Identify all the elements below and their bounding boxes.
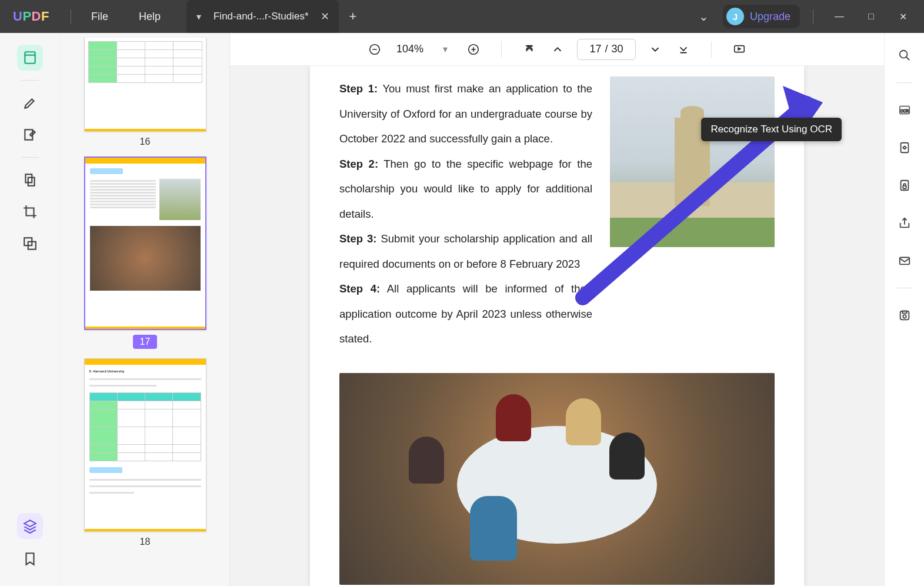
svg-rect-0 [25, 52, 35, 64]
menu-file[interactable]: File [76, 11, 124, 23]
svg-rect-19 [902, 311, 906, 314]
first-page-button[interactable] [521, 41, 538, 58]
window-maximize-icon[interactable]: □ [858, 6, 884, 27]
thumbnail-label-17: 17 [133, 335, 158, 349]
thumbnail-page-16[interactable] [84, 38, 206, 132]
thumbnail-label-18: 18 [140, 537, 151, 547]
svg-point-10 [899, 51, 907, 58]
thumbnail-panel[interactable]: 16 17 [61, 33, 230, 586]
view-toolbar: 104% ▾ 17 / 30 [230, 33, 884, 66]
document-viewport[interactable]: Step 1: You must first make an applicati… [230, 66, 884, 586]
convert-button[interactable] [894, 137, 915, 158]
new-tab-button[interactable]: + [349, 9, 357, 24]
zoom-in-button[interactable] [465, 41, 482, 58]
compare-tool[interactable] [17, 231, 43, 257]
svg-rect-13 [900, 143, 908, 153]
crop-tool[interactable] [17, 199, 43, 225]
tabs-overflow-icon[interactable]: ⌄ [693, 6, 715, 27]
svg-rect-2 [25, 174, 32, 182]
title-bar: UPDF File Help ▾ Find-and-...r-Studies* … [0, 0, 924, 33]
thumbnail-page-17[interactable] [84, 157, 206, 330]
total-pages: 30 [612, 43, 623, 55]
svg-rect-15 [903, 186, 906, 189]
next-page-button[interactable] [646, 41, 664, 58]
organize-pages-tool[interactable] [17, 167, 43, 193]
save-button[interactable] [894, 305, 915, 326]
svg-rect-1 [25, 129, 32, 139]
tab-close-icon[interactable]: ✕ [321, 10, 329, 23]
svg-text:OCR: OCR [900, 109, 909, 113]
left-tool-rail [0, 33, 61, 586]
app-logo: UPDF [13, 9, 49, 24]
thumbnail-page-18[interactable]: 5. Harvard University [84, 358, 206, 532]
edit-tool[interactable] [17, 122, 43, 148]
page-indicator[interactable]: 17 / 30 [577, 39, 636, 60]
page-text-content: Step 1: You must first make an applicati… [339, 76, 592, 352]
document-tab[interactable]: ▾ Find-and-...r-Studies* ✕ [186, 0, 339, 33]
reader-tool[interactable] [17, 45, 43, 71]
email-button[interactable] [894, 250, 915, 271]
protect-button[interactable] [894, 175, 915, 196]
current-page: 17 [589, 43, 601, 55]
thumbnail-label-16: 16 [140, 136, 151, 147]
bookmark-tool[interactable] [17, 546, 43, 572]
tab-dropdown-icon[interactable]: ▾ [192, 10, 205, 23]
user-avatar: J [726, 8, 744, 25]
ocr-button[interactable]: OCR [894, 99, 915, 121]
window-close-icon[interactable]: ✕ [890, 6, 916, 27]
svg-point-18 [903, 315, 906, 318]
zoom-out-button[interactable] [366, 41, 383, 58]
menu-help[interactable]: Help [124, 11, 176, 23]
window-minimize-icon[interactable]: — [826, 6, 852, 27]
right-tool-rail: OCR [884, 33, 924, 586]
presentation-button[interactable] [730, 41, 748, 58]
highlighter-tool[interactable] [17, 90, 43, 116]
upgrade-button[interactable]: J Upgrade [723, 5, 800, 28]
pdf-page: Step 1: You must first make an applicati… [310, 66, 804, 586]
share-button[interactable] [894, 212, 915, 234]
zoom-dropdown-icon[interactable]: ▾ [436, 41, 454, 58]
last-page-button[interactable] [675, 41, 692, 58]
tab-title: Find-and-...r-Studies* [214, 11, 309, 22]
layers-tool[interactable] [17, 513, 43, 539]
zoom-level: 104% [394, 43, 426, 55]
search-button[interactable] [894, 45, 915, 66]
upgrade-label: Upgrade [750, 11, 790, 23]
page-image-oxford [610, 76, 775, 247]
ocr-tooltip: Recognize Text Using OCR [701, 118, 842, 141]
prev-page-button[interactable] [549, 41, 566, 58]
page-image-students [339, 373, 775, 585]
svg-rect-16 [899, 258, 909, 265]
